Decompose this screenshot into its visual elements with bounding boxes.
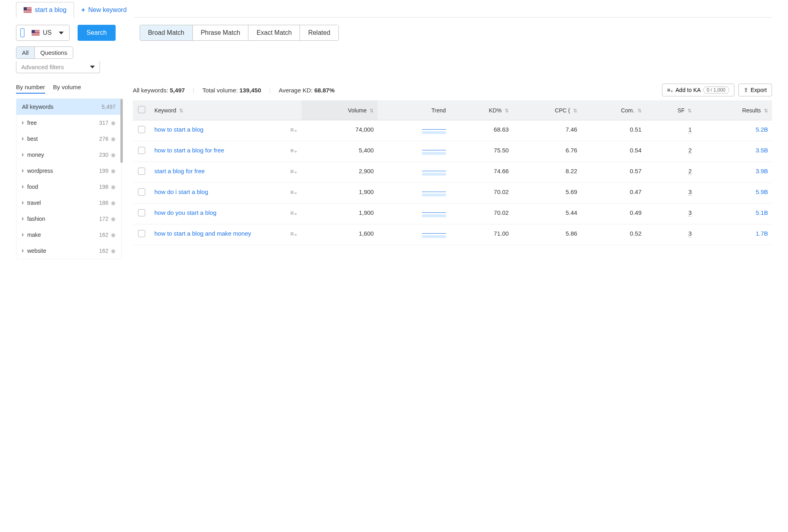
eye-icon[interactable]: ◉ — [111, 168, 116, 174]
results-cell[interactable]: 5.2B — [696, 120, 772, 141]
row-checkbox[interactable] — [138, 209, 145, 216]
keyword-group-all[interactable]: All keywords 5,497 — [16, 99, 121, 115]
tab-new-keyword-label: New keyword — [88, 6, 127, 14]
sf-cell[interactable]: 3 — [646, 224, 696, 245]
add-to-list-icon[interactable]: ≡₊ — [290, 230, 297, 237]
eye-icon[interactable]: ◉ — [111, 120, 116, 126]
eye-icon[interactable]: ◉ — [111, 200, 116, 206]
add-to-ka-button[interactable]: ≡₊ Add to KA 0 / 1,000 — [662, 84, 734, 96]
col-results[interactable]: Results ⇅ — [696, 100, 772, 120]
add-to-list-icon[interactable]: ≡₊ — [290, 189, 297, 196]
add-to-list-icon[interactable]: ≡₊ — [290, 147, 297, 154]
results-cell[interactable]: 1.7B — [696, 224, 772, 245]
col-kd[interactable]: KD% ⇅ — [450, 100, 513, 120]
results-cell[interactable]: 3.5B — [696, 141, 772, 162]
summary-total-volume: Total volume: 139,450 — [202, 87, 261, 94]
chevron-down-icon — [90, 66, 95, 68]
keyword-group-item[interactable]: free 317 ◉ — [16, 115, 121, 131]
add-to-list-icon[interactable]: ≡₊ — [290, 210, 297, 216]
keyword-group-item[interactable]: make 162 ◉ — [16, 227, 121, 243]
col-com[interactable]: Com. ⇅ — [581, 100, 646, 120]
trend-cell — [378, 224, 450, 245]
search-button[interactable]: Search — [78, 25, 116, 41]
row-checkbox[interactable] — [138, 147, 145, 154]
table-row: how to start a blog and make money ≡₊ 1,… — [133, 224, 772, 245]
keyword-cell[interactable]: how to start a blog and make money — [150, 224, 286, 245]
col-trend[interactable]: Trend — [378, 100, 450, 120]
trend-cell — [378, 162, 450, 183]
sort-by-number[interactable]: By number — [16, 84, 45, 94]
summary-all-keywords: All keywords: 5,497 — [133, 87, 185, 94]
filter-all[interactable]: All — [16, 47, 35, 58]
chevron-down-icon — [59, 32, 64, 34]
eye-icon[interactable]: ◉ — [111, 136, 116, 142]
keyword-group-count: 162 — [99, 248, 108, 254]
cpc-cell: 5.44 — [513, 204, 581, 224]
tab-new-keyword[interactable]: + New keyword — [74, 2, 134, 18]
keyword-cell[interactable]: how do i start a blog — [150, 183, 286, 204]
filter-questions[interactable]: Questions — [35, 47, 73, 58]
row-checkbox[interactable] — [138, 126, 145, 133]
keyword-cell[interactable]: how do you start a blog — [150, 204, 286, 224]
trend-sparkline — [422, 188, 446, 196]
country-select[interactable]: US — [16, 25, 70, 41]
sf-cell[interactable]: 2 — [646, 162, 696, 183]
sort-by-volume[interactable]: By volume — [53, 84, 81, 94]
keywords-table: Keyword ⇅ Volume ⇅ Trend KD% ⇅ CPC ( ⇅ C… — [133, 100, 772, 245]
keyword-group-label: money — [27, 152, 44, 158]
keyword-group-item[interactable]: fashion 172 ◉ — [16, 211, 121, 227]
sf-cell[interactable]: 3 — [646, 204, 696, 224]
keyword-cell[interactable]: start a blog for free — [150, 162, 286, 183]
sort-icon: ⇅ — [179, 108, 183, 114]
match-related[interactable]: Related — [300, 25, 338, 40]
export-button[interactable]: ⇪ Export — [738, 84, 772, 96]
sf-cell[interactable]: 3 — [646, 183, 696, 204]
col-keyword[interactable]: Keyword ⇅ — [150, 100, 302, 120]
keyword-group-count: 172 — [99, 216, 108, 222]
match-broad[interactable]: Broad Match — [140, 25, 193, 40]
keyword-cell[interactable]: how to start a blog for free — [150, 141, 286, 162]
match-phrase[interactable]: Phrase Match — [193, 25, 249, 40]
row-checkbox[interactable] — [138, 188, 145, 196]
keyword-group-item[interactable]: travel 186 ◉ — [16, 195, 121, 211]
add-to-list-icon[interactable]: ≡₊ — [290, 168, 297, 175]
keyword-group-item[interactable]: best 276 ◉ — [16, 131, 121, 147]
sf-cell[interactable]: 1 — [646, 120, 696, 141]
sort-icon: ⇅ — [764, 108, 768, 114]
volume-cell: 1,900 — [302, 183, 378, 204]
add-to-list-icon[interactable]: ≡₊ — [290, 126, 297, 133]
volume-cell: 5,400 — [302, 141, 378, 162]
trend-cell — [378, 141, 450, 162]
keyword-group-label: wordpress — [27, 168, 53, 174]
com-cell: 0.57 — [581, 162, 646, 183]
keyword-cell[interactable]: how to start a blog — [150, 120, 286, 141]
results-cell[interactable]: 5.9B — [696, 183, 772, 204]
row-checkbox[interactable] — [138, 230, 145, 237]
kd-cell: 75.50 — [450, 141, 513, 162]
tab-keyword[interactable]: start a blog — [16, 2, 74, 18]
results-cell[interactable]: 5.1B — [696, 204, 772, 224]
table-row: start a blog for free ≡₊ 2,900 74.66 8.2… — [133, 162, 772, 183]
col-volume[interactable]: Volume ⇅ — [302, 100, 378, 120]
keyword-group-item[interactable]: food 198 ◉ — [16, 179, 121, 195]
keyword-group-count: 186 — [99, 200, 108, 206]
advanced-filters[interactable]: Advanced filters — [16, 61, 100, 73]
tab-keyword-label: start a blog — [35, 6, 66, 14]
volume-cell: 1,600 — [302, 224, 378, 245]
eye-icon[interactable]: ◉ — [111, 152, 116, 158]
eye-icon[interactable]: ◉ — [111, 248, 116, 254]
row-checkbox[interactable] — [138, 168, 145, 175]
col-sf[interactable]: SF ⇅ — [646, 100, 696, 120]
select-all-checkbox[interactable] — [138, 106, 145, 113]
sf-cell[interactable]: 2 — [646, 141, 696, 162]
col-cpc[interactable]: CPC ( ⇅ — [513, 100, 581, 120]
eye-icon[interactable]: ◉ — [111, 216, 116, 222]
match-exact[interactable]: Exact Match — [248, 25, 300, 40]
eye-icon[interactable]: ◉ — [111, 184, 116, 190]
eye-icon[interactable]: ◉ — [111, 232, 116, 238]
results-cell[interactable]: 3.9B — [696, 162, 772, 183]
keyword-group-item[interactable]: wordpress 199 ◉ — [16, 163, 121, 179]
keyword-group-item[interactable]: money 230 ◉ — [16, 147, 121, 163]
chevron-right-icon — [22, 185, 24, 189]
keyword-group-item[interactable]: website 162 ◉ — [16, 243, 121, 259]
